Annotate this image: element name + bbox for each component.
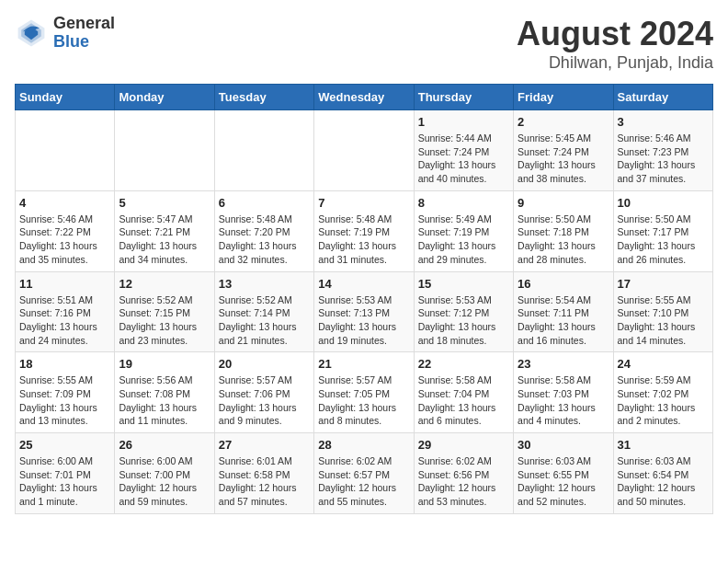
- day-detail: Sunrise: 5:44 AMSunset: 7:24 PMDaylight:…: [418, 132, 509, 186]
- calendar-cell-3-4: 14Sunrise: 5:53 AMSunset: 7:13 PMDayligh…: [314, 271, 414, 352]
- day-number: 13: [219, 277, 310, 291]
- day-number: 16: [518, 277, 609, 291]
- logo: General Blue: [15, 15, 115, 52]
- day-number: 29: [418, 438, 509, 452]
- day-number: 30: [518, 438, 609, 452]
- logo-icon: [15, 17, 48, 50]
- calendar-table: SundayMondayTuesdayWednesdayThursdayFrid…: [15, 84, 713, 514]
- logo-text: General Blue: [53, 15, 115, 52]
- day-number: 22: [418, 357, 509, 371]
- day-detail: Sunrise: 5:50 AMSunset: 7:17 PMDaylight:…: [618, 213, 709, 267]
- weekday-header-row: SundayMondayTuesdayWednesdayThursdayFrid…: [16, 85, 713, 110]
- day-detail: Sunrise: 5:58 AMSunset: 7:04 PMDaylight:…: [418, 373, 509, 428]
- week-row-4: 18Sunrise: 5:55 AMSunset: 7:09 PMDayligh…: [16, 352, 713, 433]
- logo-blue-text: Blue: [53, 33, 115, 52]
- calendar-cell-3-2: 12Sunrise: 5:52 AMSunset: 7:15 PMDayligh…: [115, 271, 214, 352]
- day-number: 31: [618, 438, 709, 452]
- day-number: 6: [219, 196, 310, 210]
- day-detail: Sunrise: 5:49 AMSunset: 7:19 PMDaylight:…: [418, 213, 509, 267]
- calendar-cell-1-7: 3Sunrise: 5:46 AMSunset: 7:23 PMDaylight…: [613, 110, 712, 191]
- day-number: 9: [518, 196, 609, 210]
- day-detail: Sunrise: 5:51 AMSunset: 7:16 PMDaylight:…: [19, 293, 110, 348]
- weekday-saturday: Saturday: [613, 85, 712, 110]
- calendar-cell-4-3: 20Sunrise: 5:57 AMSunset: 7:06 PMDayligh…: [214, 352, 313, 433]
- calendar-cell-1-1: [16, 110, 115, 191]
- day-detail: Sunrise: 6:01 AMSunset: 6:58 PMDaylight:…: [219, 454, 310, 509]
- week-row-2: 4Sunrise: 5:46 AMSunset: 7:22 PMDaylight…: [16, 190, 713, 271]
- day-detail: Sunrise: 5:45 AMSunset: 7:24 PMDaylight:…: [518, 132, 609, 186]
- day-detail: Sunrise: 5:56 AMSunset: 7:08 PMDaylight:…: [119, 373, 210, 428]
- weekday-tuesday: Tuesday: [214, 85, 313, 110]
- day-number: 27: [219, 438, 310, 452]
- day-detail: Sunrise: 6:03 AMSunset: 6:55 PMDaylight:…: [518, 454, 609, 509]
- calendar-cell-1-6: 2Sunrise: 5:45 AMSunset: 7:24 PMDaylight…: [514, 110, 613, 191]
- day-number: 2: [518, 115, 609, 129]
- calendar-title: August 2024: [517, 15, 713, 53]
- calendar-cell-5-3: 27Sunrise: 6:01 AMSunset: 6:58 PMDayligh…: [214, 433, 313, 514]
- calendar-cell-3-3: 13Sunrise: 5:52 AMSunset: 7:14 PMDayligh…: [214, 271, 313, 352]
- calendar-subtitle: Dhilwan, Punjab, India: [517, 53, 713, 73]
- calendar-cell-4-7: 24Sunrise: 5:59 AMSunset: 7:02 PMDayligh…: [613, 352, 712, 433]
- day-number: 19: [119, 357, 210, 371]
- calendar-cell-1-4: [314, 110, 414, 191]
- day-number: 11: [19, 277, 110, 291]
- day-number: 23: [518, 357, 609, 371]
- calendar-cell-3-1: 11Sunrise: 5:51 AMSunset: 7:16 PMDayligh…: [16, 271, 115, 352]
- day-detail: Sunrise: 5:59 AMSunset: 7:02 PMDaylight:…: [618, 373, 709, 428]
- calendar-cell-5-2: 26Sunrise: 6:00 AMSunset: 7:00 PMDayligh…: [115, 433, 214, 514]
- day-detail: Sunrise: 5:48 AMSunset: 7:19 PMDaylight:…: [318, 213, 409, 267]
- day-number: 12: [119, 277, 210, 291]
- day-number: 8: [418, 196, 509, 210]
- day-detail: Sunrise: 6:00 AMSunset: 7:00 PMDaylight:…: [119, 454, 210, 509]
- day-detail: Sunrise: 5:55 AMSunset: 7:10 PMDaylight:…: [618, 293, 709, 348]
- day-number: 18: [19, 357, 110, 371]
- calendar-cell-4-6: 23Sunrise: 5:58 AMSunset: 7:03 PMDayligh…: [514, 352, 613, 433]
- week-row-5: 25Sunrise: 6:00 AMSunset: 7:01 PMDayligh…: [16, 433, 713, 514]
- day-detail: Sunrise: 6:03 AMSunset: 6:54 PMDaylight:…: [618, 454, 709, 509]
- day-number: 21: [318, 357, 409, 371]
- weekday-thursday: Thursday: [414, 85, 513, 110]
- day-detail: Sunrise: 5:57 AMSunset: 7:06 PMDaylight:…: [219, 373, 310, 428]
- day-detail: Sunrise: 5:53 AMSunset: 7:13 PMDaylight:…: [318, 293, 409, 348]
- day-detail: Sunrise: 5:57 AMSunset: 7:05 PMDaylight:…: [318, 373, 409, 428]
- title-block: August 2024 Dhilwan, Punjab, India: [517, 15, 713, 73]
- day-number: 4: [19, 196, 110, 210]
- week-row-3: 11Sunrise: 5:51 AMSunset: 7:16 PMDayligh…: [16, 271, 713, 352]
- day-number: 17: [618, 277, 709, 291]
- calendar-cell-2-3: 6Sunrise: 5:48 AMSunset: 7:20 PMDaylight…: [214, 190, 313, 271]
- logo-general-text: General: [53, 15, 115, 33]
- day-number: 14: [318, 277, 409, 291]
- day-number: 20: [219, 357, 310, 371]
- calendar-cell-3-6: 16Sunrise: 5:54 AMSunset: 7:11 PMDayligh…: [514, 271, 613, 352]
- day-detail: Sunrise: 5:46 AMSunset: 7:22 PMDaylight:…: [19, 213, 110, 267]
- day-number: 25: [19, 438, 110, 452]
- day-number: 15: [418, 277, 509, 291]
- calendar-cell-4-2: 19Sunrise: 5:56 AMSunset: 7:08 PMDayligh…: [115, 352, 214, 433]
- calendar-cell-4-4: 21Sunrise: 5:57 AMSunset: 7:05 PMDayligh…: [314, 352, 414, 433]
- weekday-friday: Friday: [514, 85, 613, 110]
- day-detail: Sunrise: 6:02 AMSunset: 6:57 PMDaylight:…: [318, 454, 409, 509]
- calendar-cell-3-7: 17Sunrise: 5:55 AMSunset: 7:10 PMDayligh…: [613, 271, 712, 352]
- day-number: 7: [318, 196, 409, 210]
- day-number: 26: [119, 438, 210, 452]
- day-number: 1: [418, 115, 509, 129]
- day-number: 28: [318, 438, 409, 452]
- calendar-cell-2-6: 9Sunrise: 5:50 AMSunset: 7:18 PMDaylight…: [514, 190, 613, 271]
- day-detail: Sunrise: 5:58 AMSunset: 7:03 PMDaylight:…: [518, 373, 609, 428]
- day-number: 24: [618, 357, 709, 371]
- calendar-cell-2-4: 7Sunrise: 5:48 AMSunset: 7:19 PMDaylight…: [314, 190, 414, 271]
- calendar-cell-2-5: 8Sunrise: 5:49 AMSunset: 7:19 PMDaylight…: [414, 190, 513, 271]
- calendar-cell-5-5: 29Sunrise: 6:02 AMSunset: 6:56 PMDayligh…: [414, 433, 513, 514]
- day-detail: Sunrise: 5:52 AMSunset: 7:14 PMDaylight:…: [219, 293, 310, 348]
- weekday-monday: Monday: [115, 85, 214, 110]
- calendar-cell-5-6: 30Sunrise: 6:03 AMSunset: 6:55 PMDayligh…: [514, 433, 613, 514]
- calendar-cell-5-7: 31Sunrise: 6:03 AMSunset: 6:54 PMDayligh…: [613, 433, 712, 514]
- weekday-sunday: Sunday: [16, 85, 115, 110]
- day-detail: Sunrise: 6:02 AMSunset: 6:56 PMDaylight:…: [418, 454, 509, 509]
- day-detail: Sunrise: 5:47 AMSunset: 7:21 PMDaylight:…: [119, 213, 210, 267]
- day-number: 10: [618, 196, 709, 210]
- calendar-cell-4-5: 22Sunrise: 5:58 AMSunset: 7:04 PMDayligh…: [414, 352, 513, 433]
- day-detail: Sunrise: 5:55 AMSunset: 7:09 PMDaylight:…: [19, 373, 110, 428]
- calendar-cell-2-7: 10Sunrise: 5:50 AMSunset: 7:17 PMDayligh…: [613, 190, 712, 271]
- calendar-cell-5-1: 25Sunrise: 6:00 AMSunset: 7:01 PMDayligh…: [16, 433, 115, 514]
